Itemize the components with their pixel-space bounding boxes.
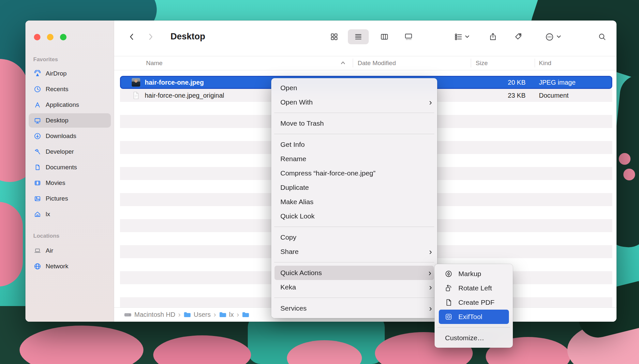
path-item-macintosh-hd[interactable]: Macintosh HD: [124, 311, 175, 318]
sidebar-item-applications[interactable]: Applications: [29, 98, 111, 112]
sort-ascending-icon: [340, 61, 346, 65]
menu-item-keka[interactable]: Keka›: [271, 280, 437, 294]
file-size: 23 KB: [508, 89, 526, 102]
forward-chevron-icon: [146, 33, 155, 41]
minimize-button[interactable]: [47, 34, 53, 40]
file-kind: JPEG image: [539, 77, 575, 88]
menu-item-create-pdf[interactable]: Create PDF: [435, 295, 513, 310]
menu-item-get-info[interactable]: Get Info: [271, 137, 437, 152]
column-header-name[interactable]: Name: [146, 56, 163, 70]
sidebar: Favorites AirDrop Recents Applications D…: [25, 21, 114, 322]
folder-icon: [184, 312, 191, 318]
share-icon: [489, 33, 497, 41]
back-chevron-icon: [128, 33, 136, 41]
sidebar-item-developer[interactable]: Developer: [29, 145, 111, 159]
menu-item-rename[interactable]: Rename: [271, 152, 437, 166]
menu-item-move-to-trash[interactable]: Move to Trash: [271, 116, 437, 131]
laptop-icon: [34, 247, 41, 254]
sidebar-item-label: Recents: [46, 86, 68, 93]
columns-view-icon: [380, 33, 389, 41]
submenu-chevron-icon: ›: [428, 266, 431, 280]
path-separator: ›: [178, 311, 181, 318]
group-button[interactable]: [447, 30, 477, 43]
sidebar-section-favorites: Favorites: [33, 56, 58, 63]
sidebar-item-air[interactable]: Air: [29, 244, 111, 258]
close-button[interactable]: [34, 34, 40, 40]
list-view-button[interactable]: [348, 29, 369, 44]
path-item-lx[interactable]: lx: [219, 311, 234, 318]
menu-item-services[interactable]: Services›: [271, 301, 437, 315]
wallpaper-shape: [619, 153, 631, 165]
sidebar-item-label: Documents: [46, 164, 77, 171]
path-item-users[interactable]: Users: [184, 311, 211, 318]
globe-icon: [34, 263, 41, 270]
hard-drive-icon: [124, 312, 132, 318]
zoom-button[interactable]: [60, 34, 67, 40]
menu-separator: [274, 262, 434, 262]
submenu-chevron-icon: ›: [429, 280, 432, 294]
path-item-desktop-folder[interactable]: [242, 312, 249, 318]
submenu-chevron-icon: ›: [429, 301, 432, 315]
menu-separator: [274, 298, 434, 298]
tag-button[interactable]: [512, 30, 525, 43]
search-button[interactable]: [596, 30, 609, 43]
grid-view-button[interactable]: [324, 29, 345, 44]
markup-icon: [445, 270, 453, 278]
forward-button[interactable]: [144, 31, 156, 43]
menu-item-make-alias[interactable]: Make Alias: [271, 195, 437, 209]
gallery-view-button[interactable]: [398, 29, 419, 44]
menu-item-customize[interactable]: Customize…: [435, 331, 513, 345]
menu-item-open-with[interactable]: Open With›: [271, 95, 437, 109]
menu-item-quick-look[interactable]: Quick Look: [271, 209, 437, 223]
menu-item-compress[interactable]: Compress “hair-force-one.jpeg”: [271, 166, 437, 180]
folder-icon: [219, 312, 227, 318]
document-icon: [34, 164, 41, 171]
more-button[interactable]: [539, 30, 567, 43]
menu-item-quick-actions[interactable]: Quick Actions›: [275, 266, 434, 280]
sidebar-item-recents[interactable]: Recents: [29, 82, 111, 96]
column-header-date-modified[interactable]: Date Modified: [358, 56, 396, 70]
sidebar-item-label: AirDrop: [46, 70, 67, 77]
path-separator: ›: [237, 311, 239, 318]
menu-item-exiftool[interactable]: ExifTool: [439, 310, 509, 324]
menu-item-open[interactable]: Open: [271, 81, 437, 95]
grid-view-icon: [330, 33, 338, 41]
column-header-kind[interactable]: Kind: [539, 56, 551, 70]
sidebar-item-downloads[interactable]: Downloads: [29, 129, 111, 143]
sidebar-item-pictures[interactable]: Pictures: [29, 191, 111, 206]
menu-item-markup[interactable]: Markup: [435, 267, 513, 281]
sidebar-item-label: lx: [46, 211, 50, 218]
sidebar-item-network[interactable]: Network: [29, 259, 111, 273]
photo-icon: [34, 195, 41, 202]
sidebar-item-airdrop[interactable]: AirDrop: [29, 66, 111, 81]
file-name: hair-force-one.jpeg: [145, 77, 204, 88]
film-icon: [34, 179, 41, 187]
group-icon: [454, 33, 463, 41]
back-button[interactable]: [126, 31, 138, 43]
share-button[interactable]: [486, 30, 499, 43]
wallpaper-shape: [0, 202, 23, 287]
file-name: hair-force-one.jpeg_original: [145, 89, 224, 102]
sidebar-item-documents[interactable]: Documents: [29, 160, 111, 175]
menu-item-duplicate[interactable]: Duplicate: [271, 180, 437, 195]
path-separator: ›: [214, 311, 216, 318]
sidebar-item-movies[interactable]: Movies: [29, 176, 111, 190]
sidebar-item-label: Pictures: [46, 195, 68, 202]
sidebar-item-desktop[interactable]: Desktop: [29, 113, 111, 128]
sidebar-item-lx[interactable]: lx: [29, 207, 111, 221]
menu-item-share[interactable]: Share›: [271, 245, 437, 259]
desktop-icon: [34, 117, 41, 124]
rotate-left-icon: [445, 284, 453, 292]
wallpaper-shape: [623, 169, 635, 180]
column-header-size[interactable]: Size: [476, 56, 488, 70]
submenu-chevron-icon: ›: [429, 245, 432, 259]
sidebar-section-locations: Locations: [33, 233, 59, 239]
menu-separator: [438, 327, 510, 328]
menu-item-copy[interactable]: Copy: [271, 230, 437, 245]
sidebar-item-label: Network: [46, 263, 68, 270]
columns-view-button[interactable]: [374, 29, 395, 44]
menu-item-rotate-left[interactable]: Rotate Left: [435, 281, 513, 295]
downloads-icon: [34, 133, 41, 140]
sidebar-item-label: Desktop: [46, 117, 68, 124]
file-kind: Document: [539, 89, 569, 102]
